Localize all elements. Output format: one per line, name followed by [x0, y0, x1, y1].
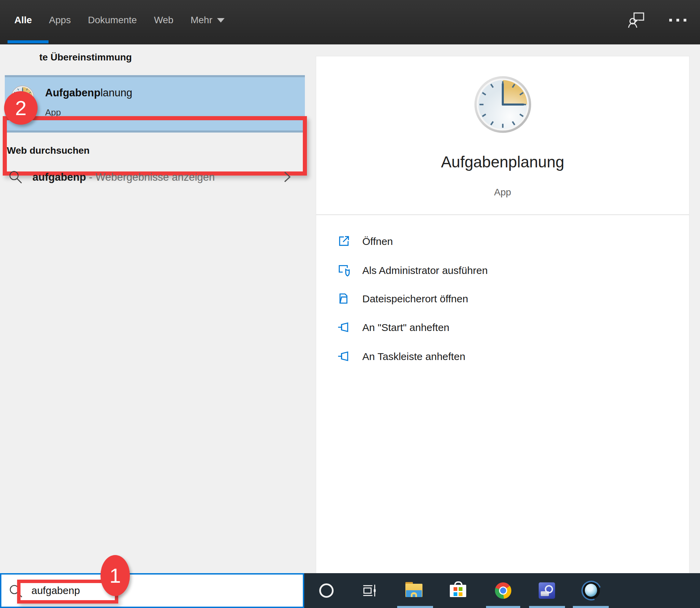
open-icon — [337, 235, 350, 248]
tab-dokumente[interactable]: Dokumente — [88, 15, 137, 26]
running-indicator — [529, 606, 565, 608]
microsoft-store-icon[interactable] — [450, 581, 466, 597]
globe-app-icon[interactable] — [583, 582, 600, 599]
feedback-icon[interactable] — [628, 11, 645, 29]
chrome-icon[interactable] — [495, 582, 511, 599]
annotation-badge-1: 1 — [100, 555, 130, 596]
web-suggestion-text: aufgabenp - Webergebnisse anzeigen — [32, 171, 215, 183]
task-view-icon[interactable] — [361, 583, 377, 598]
shield-admin-icon — [337, 264, 350, 277]
results-panel: te Übereinstimmung — [0, 44, 316, 608]
preview-subtitle: App — [316, 187, 689, 198]
search-icon — [9, 170, 23, 184]
folder-location-icon — [337, 292, 350, 305]
action-pin-to-start[interactable]: An "Start" anheften — [316, 320, 689, 338]
search-filter-bar: Alle Apps Dokumente Web Mehr — [0, 0, 700, 44]
pin-icon — [337, 350, 350, 363]
chevron-right-icon[interactable] — [280, 169, 294, 184]
web-suggestion-row[interactable]: aufgabenp - Webergebnisse anzeigen — [0, 167, 308, 189]
action-run-as-admin[interactable]: Als Administrator ausführen — [316, 263, 689, 281]
running-indicator — [486, 606, 520, 608]
filter-tabs: Alle Apps Dokumente Web Mehr — [14, 0, 225, 40]
preview-panel: Aufgabenplanung App Öffnen Als Administr… — [316, 56, 689, 575]
more-options-icon[interactable] — [669, 19, 686, 22]
action-open[interactable]: Öffnen — [316, 234, 689, 252]
divider — [316, 214, 689, 215]
action-pin-to-taskbar[interactable]: An Taskleiste anheften — [316, 349, 689, 367]
taskbar — [304, 573, 700, 608]
tab-web[interactable]: Web — [154, 15, 173, 26]
pin-icon — [337, 321, 350, 334]
best-match-header: te Übereinstimmung — [39, 52, 132, 63]
search-web-header: Web durchsuchen — [7, 145, 90, 156]
result-title: Aufgabenplanung — [45, 87, 132, 99]
file-explorer-icon[interactable] — [405, 582, 422, 597]
chevron-down-icon — [217, 18, 225, 23]
active-tab-underline — [8, 40, 49, 43]
windows-search-flyout: Alle Apps Dokumente Web Mehr — [0, 0, 700, 608]
tab-apps[interactable]: Apps — [49, 15, 71, 26]
running-indicator — [397, 606, 433, 608]
cortana-icon[interactable] — [319, 583, 334, 598]
annotation-badge-2: 2 — [4, 91, 38, 125]
action-open-file-location[interactable]: Dateispeicherort öffnen — [316, 291, 689, 309]
tab-mehr[interactable]: Mehr — [190, 15, 225, 26]
running-indicator — [573, 606, 609, 608]
blue-utility-app-icon[interactable] — [539, 582, 555, 599]
tab-alle[interactable]: Alle — [14, 15, 32, 26]
preview-title: Aufgabenplanung — [316, 153, 689, 171]
task-scheduler-clock-icon-large — [474, 76, 531, 133]
